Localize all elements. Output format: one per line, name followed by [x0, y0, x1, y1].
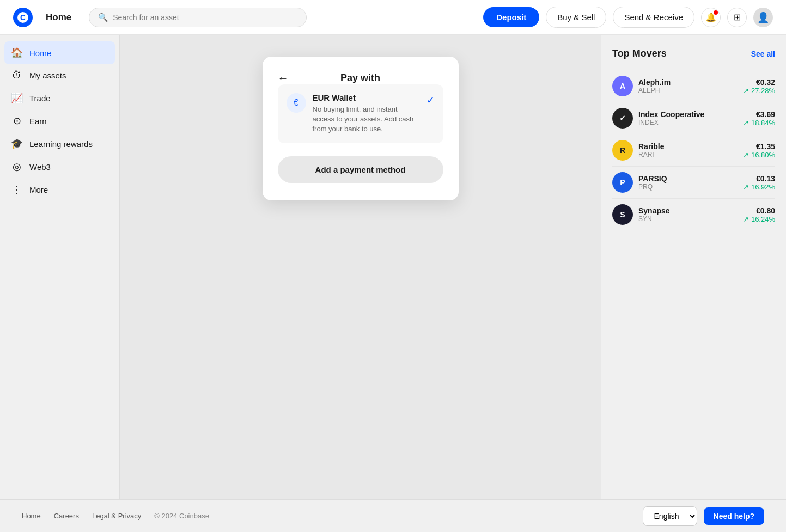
aleph-price: €0.32	[743, 78, 775, 87]
panel-title: Top Movers	[612, 48, 667, 59]
mover-rari[interactable]: R Rarible RARI €1.35 ↗ 16.80%	[612, 134, 775, 167]
pay-with-modal: ← Pay with € EUR Wallet No buying limit,…	[263, 57, 459, 200]
buy-sell-button[interactable]: Buy & Sell	[546, 7, 606, 28]
prq-name: PARSIQ	[638, 174, 738, 183]
clock-icon: ⏱	[11, 70, 23, 81]
panel-header: Top Movers See all	[612, 48, 775, 59]
avatar[interactable]: 👤	[753, 8, 773, 27]
sidebar-label-earn: Earn	[29, 117, 47, 126]
sidebar-item-my-assets[interactable]: ⏱ My assets	[4, 64, 115, 87]
app-container: C Home 🔍 Deposit Buy & Sell Send & Recei…	[0, 0, 786, 532]
search-bar[interactable]: 🔍	[89, 8, 307, 27]
more-icon: ⋮	[11, 184, 23, 195]
footer-links: Home Careers Legal & Privacy © 2024 Coin…	[22, 512, 209, 520]
logo-c-letter: C	[20, 14, 26, 21]
aleph-values: €0.32 ↗ 27.28%	[743, 78, 775, 95]
sidebar-label-my-assets: My assets	[29, 71, 66, 80]
sidebar-label-more: More	[29, 185, 48, 194]
eur-wallet-icon: €	[287, 93, 306, 113]
top-movers-panel: Top Movers See all A Aleph.im ALEPH €0.3…	[601, 35, 786, 499]
index-change: ↗ 18.84%	[743, 119, 775, 127]
footer: Home Careers Legal & Privacy © 2024 Coin…	[0, 499, 786, 532]
sidebar: 🏠 Home ⏱ My assets 📈 Trade ⊙ Earn 🎓 Lear…	[0, 35, 120, 499]
search-icon: 🔍	[98, 13, 108, 22]
content-area: ← Pay with € EUR Wallet No buying limit,…	[120, 35, 601, 499]
notifications-button[interactable]: 🔔	[701, 8, 721, 27]
send-receive-button[interactable]: Send & Receive	[613, 7, 694, 28]
rari-price: €1.35	[743, 142, 775, 151]
sidebar-item-home[interactable]: 🏠 Home	[4, 41, 115, 64]
sidebar-label-home: Home	[29, 48, 51, 58]
back-button[interactable]: ←	[278, 72, 289, 84]
mover-aleph[interactable]: A Aleph.im ALEPH €0.32 ↗ 27.28%	[612, 70, 775, 102]
sidebar-item-trade[interactable]: 📈 Trade	[4, 87, 115, 109]
eur-wallet-option[interactable]: € EUR Wallet No buying limit, and instan…	[278, 84, 443, 143]
sidebar-item-more[interactable]: ⋮ More	[4, 178, 115, 201]
top-actions: Deposit Buy & Sell Send & Receive 🔔 ⊞ 👤	[483, 7, 773, 28]
prq-values: €0.13 ↗ 16.92%	[743, 174, 775, 191]
syn-ticker: SYN	[638, 215, 738, 223]
sidebar-item-web3[interactable]: ◎ Web3	[4, 155, 115, 178]
index-icon: ✓	[612, 108, 633, 129]
search-input[interactable]	[113, 13, 297, 22]
syn-icon: S	[612, 204, 633, 225]
aleph-icon: A	[612, 76, 633, 96]
wallet-info: EUR Wallet No buying limit, and instant …	[313, 93, 420, 134]
prq-price: €0.13	[743, 174, 775, 183]
sidebar-item-earn[interactable]: ⊙ Earn	[4, 109, 115, 132]
index-name: Index Cooperative	[638, 110, 738, 119]
index-ticker: INDEX	[638, 119, 738, 126]
apps-grid-button[interactable]: ⊞	[727, 8, 747, 27]
sidebar-label-web3: Web3	[29, 162, 51, 172]
check-icon: ✓	[426, 94, 435, 106]
wallet-description: No buying limit, and instant access to y…	[313, 105, 420, 134]
add-payment-button[interactable]: Add a payment method	[278, 156, 443, 183]
aleph-name: Aleph.im	[638, 78, 738, 87]
logo-inner: C	[17, 12, 28, 23]
syn-name: Synapse	[638, 206, 738, 215]
syn-info: Synapse SYN	[638, 206, 738, 223]
rari-change: ↗ 16.80%	[743, 151, 775, 159]
prq-info: PARSIQ PRQ	[638, 174, 738, 191]
home-icon: 🏠	[11, 47, 23, 59]
coinbase-logo[interactable]: C	[13, 8, 33, 27]
footer-home-link[interactable]: Home	[22, 512, 41, 520]
footer-careers-link[interactable]: Careers	[54, 512, 79, 520]
footer-legal-link[interactable]: Legal & Privacy	[92, 512, 141, 520]
top-bar: C Home 🔍 Deposit Buy & Sell Send & Recei…	[0, 0, 786, 35]
see-all-link[interactable]: See all	[751, 50, 775, 58]
mover-syn[interactable]: S Synapse SYN €0.80 ↗ 16.24%	[612, 199, 775, 230]
mover-index[interactable]: ✓ Index Cooperative INDEX €3.69 ↗ 18.84%	[612, 102, 775, 134]
need-help-button[interactable]: Need help?	[704, 507, 764, 525]
rari-values: €1.35 ↗ 16.80%	[743, 142, 775, 159]
aleph-change: ↗ 27.28%	[743, 87, 775, 95]
mover-prq[interactable]: P PARSIQ PRQ €0.13 ↗ 16.92%	[612, 167, 775, 199]
aleph-info: Aleph.im ALEPH	[638, 78, 738, 94]
deposit-button[interactable]: Deposit	[483, 7, 539, 27]
rari-name: Rarible	[638, 142, 738, 151]
footer-copyright: © 2024 Coinbase	[154, 512, 209, 520]
index-values: €3.69 ↗ 18.84%	[743, 110, 775, 127]
rari-ticker: RARI	[638, 151, 738, 158]
language-selector[interactable]: English	[643, 506, 697, 526]
sidebar-item-learning-rewards[interactable]: 🎓 Learning rewards	[4, 132, 115, 155]
prq-ticker: PRQ	[638, 183, 738, 191]
notification-dot	[714, 10, 718, 15]
rari-icon: R	[612, 140, 633, 161]
syn-values: €0.80 ↗ 16.24%	[743, 206, 775, 223]
footer-right: English Need help?	[643, 506, 764, 526]
index-price: €3.69	[743, 110, 775, 119]
syn-price: €0.80	[743, 206, 775, 215]
sidebar-label-learning-rewards: Learning rewards	[29, 139, 93, 149]
home-heading: Home	[46, 12, 71, 23]
earn-icon: ⊙	[11, 115, 23, 127]
web3-icon: ◎	[11, 161, 23, 173]
index-info: Index Cooperative INDEX	[638, 110, 738, 126]
aleph-ticker: ALEPH	[638, 87, 738, 94]
prq-change: ↗ 16.92%	[743, 183, 775, 191]
rari-info: Rarible RARI	[638, 142, 738, 158]
syn-change: ↗ 16.24%	[743, 215, 775, 223]
sidebar-label-trade: Trade	[29, 94, 51, 103]
wallet-name: EUR Wallet	[313, 93, 420, 102]
modal-header: ← Pay with	[278, 72, 443, 84]
